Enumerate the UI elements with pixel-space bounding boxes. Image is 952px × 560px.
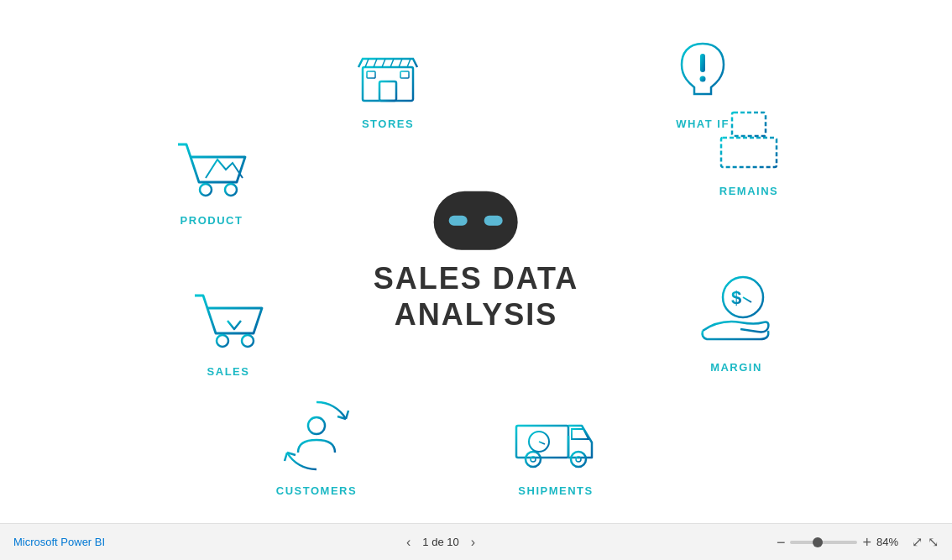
svg-rect-10	[700, 54, 705, 72]
customers-item[interactable]: CUSTOMERS	[275, 394, 358, 497]
svg-line-33	[743, 297, 751, 302]
svg-line-4	[365, 59, 369, 67]
prev-page-button[interactable]: ‹	[401, 534, 416, 551]
svg-rect-1	[379, 81, 396, 101]
shipments-label: SHIPMENTS	[518, 484, 593, 497]
svg-line-7	[390, 59, 394, 67]
main-canvas: SALES DATA ANALYSIS	[0, 0, 952, 523]
robot-icon	[434, 191, 518, 249]
shipments-item[interactable]: SHIPMENTS	[510, 402, 602, 497]
zoom-controls: − + 84% ⤢ ⤡	[777, 534, 939, 550]
svg-rect-21	[721, 138, 777, 167]
zoom-out-button[interactable]: −	[777, 535, 786, 550]
next-page-button[interactable]: ›	[466, 534, 480, 551]
product-label: PRODUCT	[180, 214, 243, 227]
sales-item[interactable]: SALES	[182, 279, 275, 378]
svg-point-11	[700, 76, 706, 81]
product-item[interactable]: PRODUCT	[165, 128, 258, 227]
remains-item[interactable]: REMAINS	[711, 102, 787, 197]
zoom-in-button[interactable]: +	[862, 535, 871, 550]
expand-button[interactable]: ⤡	[928, 534, 939, 550]
svg-point-38	[571, 452, 586, 467]
svg-line-5	[374, 59, 377, 67]
bottom-bar: Microsoft Power BI ‹ 1 de 10 › − + 84% ⤢…	[0, 523, 952, 560]
svg-point-15	[200, 184, 212, 196]
robot-eyes	[449, 215, 503, 225]
svg-rect-35	[516, 426, 568, 458]
nav-controls: ‹ 1 de 10 ›	[401, 534, 480, 551]
svg-point-27	[217, 335, 228, 347]
main-title: SALES DATA ANALYSIS	[374, 259, 579, 332]
svg-rect-0	[363, 67, 413, 101]
margin-label: MARGIN	[710, 361, 762, 374]
svg-point-28	[242, 335, 254, 347]
stores-label: STORES	[362, 118, 414, 130]
remains-label: REMAINS	[719, 185, 778, 197]
center-layout: SALES DATA ANALYSIS	[98, 18, 854, 505]
svg-point-36	[526, 452, 541, 467]
robot-eye-right	[484, 215, 503, 225]
zoom-label: 84%	[876, 536, 907, 548]
svg-text:$: $	[731, 287, 741, 308]
svg-line-9	[407, 59, 411, 67]
center-section: SALES DATA ANALYSIS	[374, 191, 579, 332]
svg-point-16	[225, 184, 237, 196]
customers-label: CUSTOMERS	[276, 484, 357, 497]
svg-line-8	[399, 59, 402, 67]
margin-item[interactable]: $ MARGIN	[694, 270, 778, 374]
svg-rect-3	[400, 71, 409, 78]
svg-rect-2	[367, 71, 375, 78]
zoom-slider[interactable]	[790, 541, 857, 544]
page-info: 1 de 10	[422, 536, 458, 548]
stores-item[interactable]: STORES	[350, 35, 426, 130]
svg-line-6	[382, 59, 385, 67]
powerbi-link[interactable]: Microsoft Power BI	[13, 536, 105, 548]
svg-point-34	[308, 417, 325, 434]
fit-page-button[interactable]: ⤢	[912, 534, 923, 550]
svg-rect-17	[732, 113, 766, 136]
svg-line-42	[539, 442, 545, 444]
sales-label: SALES	[207, 365, 250, 378]
robot-eye-left	[449, 215, 468, 225]
